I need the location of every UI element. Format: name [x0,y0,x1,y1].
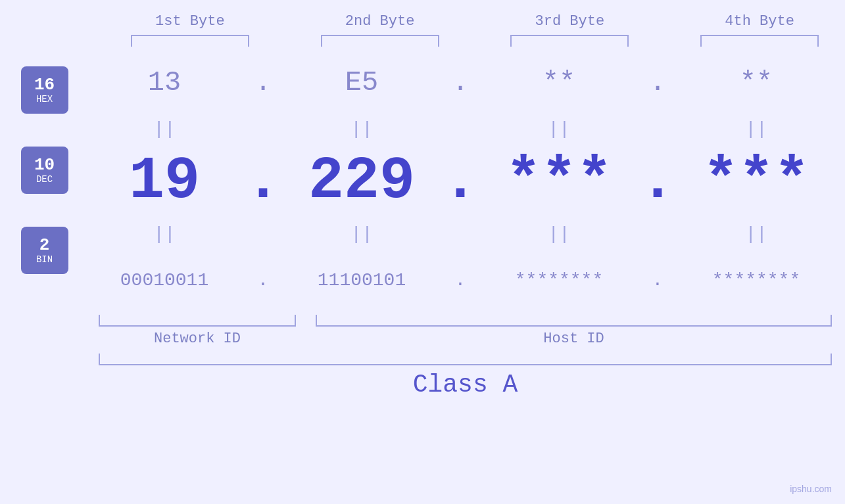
dec-b4-cell: *** [667,148,845,215]
dec-num: 10 [34,156,55,175]
dec-b3-value: *** [506,148,612,215]
dec-b4-value: *** [703,148,809,215]
hex-row: 13 . E5 . ** . ** [76,53,845,112]
host-id-label: Host ID [316,331,832,347]
bin-row: 00010011 . 11100101 . ******** . *******… [76,250,845,309]
class-label-area: Class A [99,371,832,399]
top-brackets [0,35,845,47]
bin-b4-cell: ******** [667,270,845,290]
bin-b2-cell: 11100101 [273,270,450,290]
class-area: Class A [0,354,845,399]
dec-label: DEC [36,174,53,185]
class-label: Class A [413,371,518,399]
bin-b2-value: 11100101 [318,270,406,290]
dec-badge: 10 DEC [21,147,68,194]
byte4-header: 4th Byte [674,13,845,30]
bin-b3-cell: ******** [470,270,648,290]
hex-b3-cell: ** [470,67,648,99]
bin-label: BIN [36,254,53,265]
bin-badge: 2 BIN [21,227,68,274]
dot1-bin: . [253,270,273,290]
base-labels: 16 HEX 10 DEC 2 BIN [13,53,76,309]
bin-b3-value: ******** [515,270,603,290]
hex-label: HEX [36,94,53,104]
eq2-b1: || [76,224,253,244]
bottom-bracket-area: Network ID Host ID [0,315,845,347]
hex-b1-cell: 13 [76,67,253,99]
hex-num: 16 [34,76,55,95]
dec-b2-cell: 229 [273,148,450,215]
dec-b2-value: 229 [308,148,415,215]
hex-badge: 16 HEX [21,66,68,114]
bottom-brackets-row [99,315,832,327]
network-bracket [99,315,296,327]
bin-b1-cell: 00010011 [76,270,253,290]
host-bracket [316,315,832,327]
eq1-b1: || [76,119,253,139]
hex-b4-cell: ** [667,67,845,99]
dot2-dec: . [450,148,470,215]
dot2-hex: . [450,67,470,99]
dot3-hex: . [648,67,667,99]
byte3-header: 3rd Byte [484,13,655,30]
dec-b1-value: 19 [129,148,200,215]
id-labels-row: Network ID Host ID [99,331,832,347]
dot2-bin: . [450,270,470,290]
dec-row: 19 . 229 . *** . *** [76,145,845,218]
network-id-label: Network ID [99,331,296,347]
equal-row-1: || || || || [76,112,845,145]
bin-b1-value: 00010011 [120,270,208,290]
dec-b1-cell: 19 [76,148,253,215]
content-area: 16 HEX 10 DEC 2 BIN 13 [0,53,845,309]
hex-b4-value: ** [740,67,773,99]
bin-b4-value: ******** [712,270,800,290]
byte-headers: 1st Byte 2nd Byte 3rd Byte 4th Byte [0,13,845,30]
byte2-header: 2nd Byte [295,13,466,30]
eq1-b3: || [470,119,648,139]
dec-b3-cell: *** [470,148,648,215]
eq2-b4: || [667,224,845,244]
eq2-b3: || [470,224,648,244]
dot3-bin: . [648,270,667,290]
class-bracket [99,354,832,365]
eq1-b4: || [667,119,845,139]
equal-row-2: || || || || [76,218,845,250]
eq2-b2: || [273,224,450,244]
dot1-dec: . [253,148,273,215]
dot3-dec: . [648,148,667,215]
hex-b3-value: ** [543,67,575,99]
byte1-header: 1st Byte [105,13,276,30]
main-container: 1st Byte 2nd Byte 3rd Byte 4th Byte 16 H… [0,0,845,504]
hex-b1-value: 13 [148,67,181,99]
bin-num: 2 [39,236,50,255]
hex-b2-cell: E5 [273,67,450,99]
dot1-hex: . [253,67,273,99]
watermark: ipshu.com [790,484,832,494]
hex-b2-value: E5 [345,67,378,99]
eq1-b2: || [273,119,450,139]
bytes-grid: 13 . E5 . ** . ** || || [76,53,845,309]
